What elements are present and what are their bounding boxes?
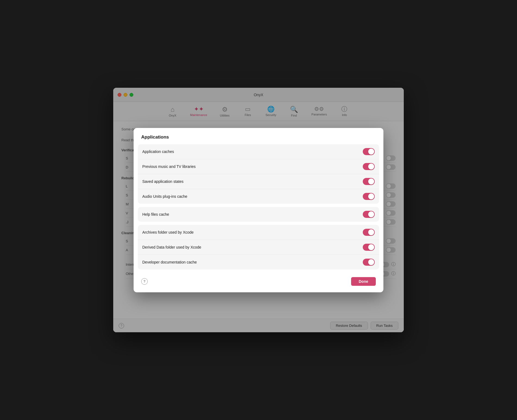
saved-states-label: Saved application states <box>142 179 184 184</box>
app-caches-label: Application caches <box>142 149 174 154</box>
toggle-xcode-archives[interactable] <box>363 229 375 236</box>
dev-docs-label: Developer documentation cache <box>142 260 197 264</box>
audio-units-label: Audio Units plug-ins cache <box>142 194 187 199</box>
toggle-row-xcode-derived: Derived Data folder used by Xcode <box>138 240 379 255</box>
toggle-audio-units[interactable] <box>363 193 375 200</box>
toggle-row-saved-states: Saved application states <box>138 174 379 189</box>
toggle-app-caches[interactable] <box>363 148 375 155</box>
modal-body: Application caches Previous music and TV… <box>134 144 383 269</box>
applications-modal: Applications Application caches Previous… <box>134 128 383 292</box>
toggle-row-xcode-archives: Archives folder used by Xcode <box>138 225 379 240</box>
modal-help-button[interactable]: ? <box>141 278 148 285</box>
xcode-derived-label: Derived Data folder used by Xcode <box>142 245 201 249</box>
toggle-saved-states[interactable] <box>363 178 375 185</box>
help-files-label: Help files cache <box>142 212 169 217</box>
toggle-row-audio-units: Audio Units plug-ins cache <box>138 189 379 204</box>
toggle-group-3: Archives folder used by Xcode Derived Da… <box>138 225 379 269</box>
toggle-group-2: Help files cache <box>138 207 379 222</box>
music-tv-label: Previous music and TV libraries <box>142 164 196 169</box>
app-window: OnyX ⌂ OnyX ✦✦ Maintenance ⚙ Utilities ▭… <box>113 88 404 332</box>
modal-overlay: Applications Application caches Previous… <box>113 88 404 332</box>
toggle-xcode-derived[interactable] <box>363 244 375 251</box>
toggle-row-app-caches: Application caches <box>138 144 379 159</box>
modal-header: Applications <box>134 128 383 144</box>
toggle-row-dev-docs: Developer documentation cache <box>138 255 379 269</box>
modal-footer: ? Done <box>134 273 383 292</box>
done-button[interactable]: Done <box>351 277 376 286</box>
toggle-row-music-tv: Previous music and TV libraries <box>138 159 379 174</box>
toggle-dev-docs[interactable] <box>363 259 375 266</box>
toggle-group-1: Application caches Previous music and TV… <box>138 144 379 204</box>
xcode-archives-label: Archives folder used by Xcode <box>142 230 194 234</box>
toggle-help-files[interactable] <box>363 211 375 218</box>
modal-title: Applications <box>141 134 169 140</box>
toggle-music-tv[interactable] <box>363 163 375 170</box>
toggle-row-help-files: Help files cache <box>138 207 379 222</box>
